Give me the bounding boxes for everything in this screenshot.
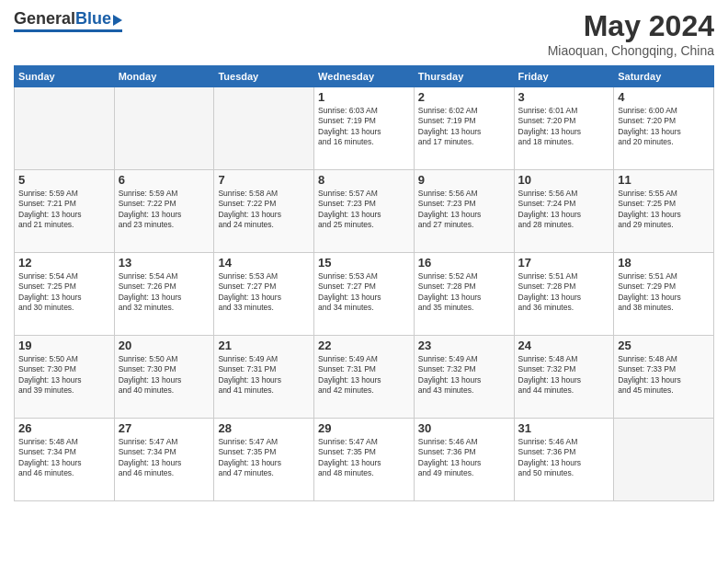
- day-info: Sunrise: 5:48 AM Sunset: 7:34 PM Dayligh…: [18, 437, 110, 479]
- day-number: 4: [618, 90, 710, 104]
- calendar-cell: 30Sunrise: 5:46 AM Sunset: 7:36 PM Dayli…: [414, 419, 514, 501]
- day-info: Sunrise: 5:48 AM Sunset: 7:33 PM Dayligh…: [618, 354, 710, 396]
- day-info: Sunrise: 5:54 AM Sunset: 7:25 PM Dayligh…: [18, 271, 110, 314]
- calendar-cell: 9Sunrise: 5:56 AM Sunset: 7:23 PM Daylig…: [414, 170, 514, 253]
- calendar-cell: [214, 87, 314, 170]
- day-number: 16: [418, 256, 510, 270]
- day-info: Sunrise: 5:47 AM Sunset: 7:35 PM Dayligh…: [218, 437, 310, 479]
- logo-blue-text: Blue: [75, 9, 111, 29]
- calendar-cell: 31Sunrise: 5:46 AM Sunset: 7:36 PM Dayli…: [514, 419, 614, 501]
- day-number: 15: [318, 256, 410, 270]
- calendar-cell: 23Sunrise: 5:49 AM Sunset: 7:32 PM Dayli…: [414, 336, 514, 419]
- calendar-cell: 1Sunrise: 6:03 AM Sunset: 7:19 PM Daylig…: [314, 87, 415, 170]
- calendar-cell: 29Sunrise: 5:47 AM Sunset: 7:35 PM Dayli…: [314, 419, 415, 501]
- day-number: 30: [418, 421, 510, 435]
- day-number: 2: [418, 90, 510, 104]
- calendar-cell: 24Sunrise: 5:48 AM Sunset: 7:32 PM Dayli…: [514, 336, 614, 419]
- calendar-cell: 12Sunrise: 5:54 AM Sunset: 7:25 PM Dayli…: [15, 253, 115, 336]
- day-number: 29: [318, 421, 410, 435]
- day-info: Sunrise: 5:50 AM Sunset: 7:30 PM Dayligh…: [119, 354, 210, 396]
- day-info: Sunrise: 5:52 AM Sunset: 7:28 PM Dayligh…: [418, 271, 510, 314]
- day-info: Sunrise: 5:49 AM Sunset: 7:31 PM Dayligh…: [218, 354, 310, 396]
- day-info: Sunrise: 5:53 AM Sunset: 7:27 PM Dayligh…: [318, 271, 410, 314]
- calendar-week-row: 12Sunrise: 5:54 AM Sunset: 7:25 PM Dayli…: [15, 253, 714, 336]
- day-number: 18: [618, 256, 710, 270]
- calendar-week-row: 19Sunrise: 5:50 AM Sunset: 7:30 PM Dayli…: [15, 336, 714, 419]
- calendar-week-row: 1Sunrise: 6:03 AM Sunset: 7:19 PM Daylig…: [15, 87, 714, 170]
- weekday-header-wednesday: Wednesday: [314, 66, 415, 87]
- day-info: Sunrise: 5:47 AM Sunset: 7:35 PM Dayligh…: [318, 437, 410, 479]
- day-info: Sunrise: 6:02 AM Sunset: 7:19 PM Dayligh…: [418, 106, 510, 148]
- logo-arrow-icon: [113, 15, 122, 26]
- calendar-cell: 11Sunrise: 5:55 AM Sunset: 7:25 PM Dayli…: [614, 170, 714, 253]
- day-info: Sunrise: 5:59 AM Sunset: 7:22 PM Dayligh…: [119, 189, 210, 231]
- day-number: 25: [618, 339, 710, 352]
- calendar-cell: 13Sunrise: 5:54 AM Sunset: 7:26 PM Dayli…: [114, 253, 214, 336]
- calendar-cell: [614, 419, 714, 501]
- logo-underline: [14, 29, 122, 32]
- calendar-cell: 28Sunrise: 5:47 AM Sunset: 7:35 PM Dayli…: [214, 419, 314, 501]
- calendar-cell: 22Sunrise: 5:49 AM Sunset: 7:31 PM Dayli…: [314, 336, 415, 419]
- logo: General Blue: [14, 9, 122, 32]
- month-year-title: May 2024: [548, 9, 714, 43]
- day-number: 11: [618, 173, 710, 187]
- calendar-cell: [114, 87, 214, 170]
- day-info: Sunrise: 5:49 AM Sunset: 7:31 PM Dayligh…: [318, 354, 410, 396]
- day-info: Sunrise: 5:48 AM Sunset: 7:32 PM Dayligh…: [518, 354, 610, 396]
- day-number: 27: [119, 421, 210, 435]
- day-number: 14: [218, 256, 310, 270]
- day-number: 26: [18, 421, 110, 435]
- calendar-cell: 20Sunrise: 5:50 AM Sunset: 7:30 PM Dayli…: [114, 336, 214, 419]
- day-info: Sunrise: 5:50 AM Sunset: 7:30 PM Dayligh…: [18, 354, 110, 396]
- day-info: Sunrise: 5:51 AM Sunset: 7:29 PM Dayligh…: [618, 271, 710, 314]
- day-info: Sunrise: 5:51 AM Sunset: 7:28 PM Dayligh…: [518, 271, 610, 314]
- weekday-header-monday: Monday: [114, 66, 214, 87]
- calendar-cell: 17Sunrise: 5:51 AM Sunset: 7:28 PM Dayli…: [514, 253, 614, 336]
- calendar-cell: 4Sunrise: 6:00 AM Sunset: 7:20 PM Daylig…: [614, 87, 714, 170]
- day-info: Sunrise: 5:58 AM Sunset: 7:22 PM Dayligh…: [218, 189, 310, 231]
- day-info: Sunrise: 5:57 AM Sunset: 7:23 PM Dayligh…: [318, 189, 410, 231]
- calendar-cell: 6Sunrise: 5:59 AM Sunset: 7:22 PM Daylig…: [114, 170, 214, 253]
- day-info: Sunrise: 6:01 AM Sunset: 7:20 PM Dayligh…: [518, 106, 610, 148]
- day-info: Sunrise: 5:53 AM Sunset: 7:27 PM Dayligh…: [218, 271, 310, 314]
- calendar-cell: 2Sunrise: 6:02 AM Sunset: 7:19 PM Daylig…: [414, 87, 514, 170]
- day-number: 28: [218, 421, 310, 435]
- calendar-cell: 5Sunrise: 5:59 AM Sunset: 7:21 PM Daylig…: [15, 170, 115, 253]
- day-info: Sunrise: 5:59 AM Sunset: 7:21 PM Dayligh…: [18, 189, 110, 231]
- calendar-cell: 25Sunrise: 5:48 AM Sunset: 7:33 PM Dayli…: [614, 336, 714, 419]
- day-number: 3: [518, 90, 610, 104]
- title-block: May 2024 Miaoquan, Chongqing, China: [548, 9, 714, 58]
- calendar-cell: 21Sunrise: 5:49 AM Sunset: 7:31 PM Dayli…: [214, 336, 314, 419]
- logo-general-text: General: [14, 9, 75, 29]
- day-info: Sunrise: 6:03 AM Sunset: 7:19 PM Dayligh…: [318, 106, 410, 148]
- day-number: 8: [318, 173, 410, 187]
- day-number: 24: [518, 339, 610, 352]
- weekday-header-sunday: Sunday: [15, 66, 115, 87]
- day-number: 19: [18, 339, 110, 352]
- day-number: 9: [418, 173, 510, 187]
- calendar-cell: 8Sunrise: 5:57 AM Sunset: 7:23 PM Daylig…: [314, 170, 415, 253]
- page-header: General Blue May 2024 Miaoquan, Chongqin…: [14, 9, 714, 58]
- calendar-cell: 7Sunrise: 5:58 AM Sunset: 7:22 PM Daylig…: [214, 170, 314, 253]
- day-number: 12: [18, 256, 110, 270]
- day-info: Sunrise: 5:49 AM Sunset: 7:32 PM Dayligh…: [418, 354, 510, 396]
- day-number: 10: [518, 173, 610, 187]
- calendar-cell: 16Sunrise: 5:52 AM Sunset: 7:28 PM Dayli…: [414, 253, 514, 336]
- calendar-cell: 18Sunrise: 5:51 AM Sunset: 7:29 PM Dayli…: [614, 253, 714, 336]
- day-number: 21: [218, 339, 310, 352]
- day-info: Sunrise: 5:55 AM Sunset: 7:25 PM Dayligh…: [618, 189, 710, 231]
- day-number: 6: [119, 173, 210, 187]
- calendar-cell: 19Sunrise: 5:50 AM Sunset: 7:30 PM Dayli…: [15, 336, 115, 419]
- day-number: 31: [518, 421, 610, 435]
- calendar-week-row: 5Sunrise: 5:59 AM Sunset: 7:21 PM Daylig…: [15, 170, 714, 253]
- day-info: Sunrise: 5:54 AM Sunset: 7:26 PM Dayligh…: [119, 271, 210, 314]
- weekday-header-saturday: Saturday: [614, 66, 714, 87]
- day-number: 23: [418, 339, 510, 352]
- weekday-header-thursday: Thursday: [414, 66, 514, 87]
- day-info: Sunrise: 6:00 AM Sunset: 7:20 PM Dayligh…: [618, 106, 710, 148]
- calendar-cell: 15Sunrise: 5:53 AM Sunset: 7:27 PM Dayli…: [314, 253, 415, 336]
- day-number: 7: [218, 173, 310, 187]
- location-subtitle: Miaoquan, Chongqing, China: [548, 43, 714, 58]
- day-info: Sunrise: 5:56 AM Sunset: 7:24 PM Dayligh…: [518, 189, 610, 231]
- day-number: 22: [318, 339, 410, 352]
